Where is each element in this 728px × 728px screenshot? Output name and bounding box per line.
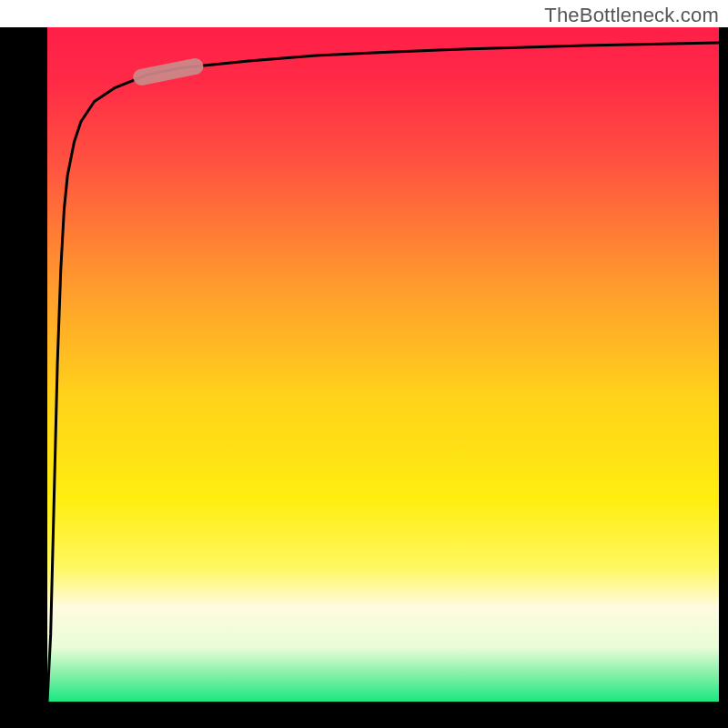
frame-right bbox=[719, 27, 728, 728]
frame-bottom bbox=[0, 702, 728, 728]
highlight-segment bbox=[141, 66, 195, 77]
frame-left bbox=[0, 27, 47, 728]
watermark-label: TheBottleneck.com bbox=[544, 4, 719, 27]
chart-container: TheBottleneck.com bbox=[0, 0, 728, 728]
bottleneck-chart bbox=[0, 0, 728, 728]
gradient-background bbox=[47, 27, 719, 702]
